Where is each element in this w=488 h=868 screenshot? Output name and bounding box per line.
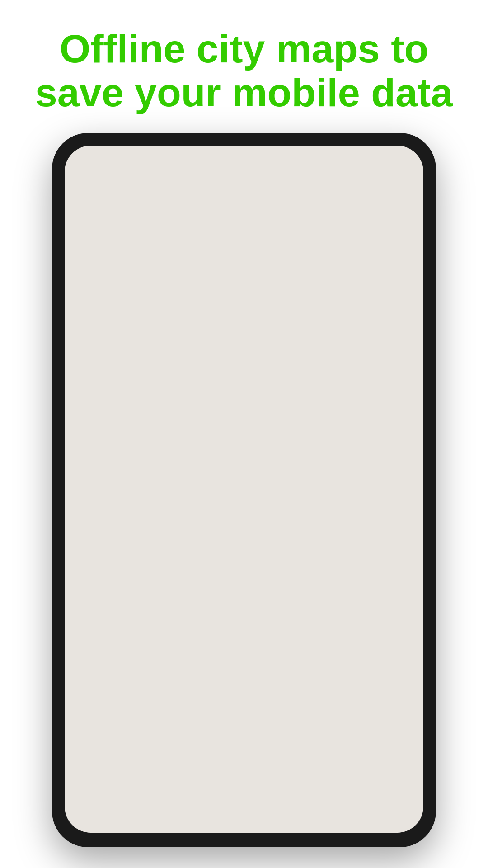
phone-screen: 🛒 🍴 🛏 🛏 (65, 146, 423, 833)
headline: Offline city maps to save your mobile da… (17, 0, 471, 133)
headline-text: Offline city maps to save your mobile da… (35, 27, 453, 115)
phone-frame: 🛒 🍴 🛏 🛏 (52, 133, 436, 847)
page-wrapper: Offline city maps to save your mobile da… (0, 0, 488, 868)
